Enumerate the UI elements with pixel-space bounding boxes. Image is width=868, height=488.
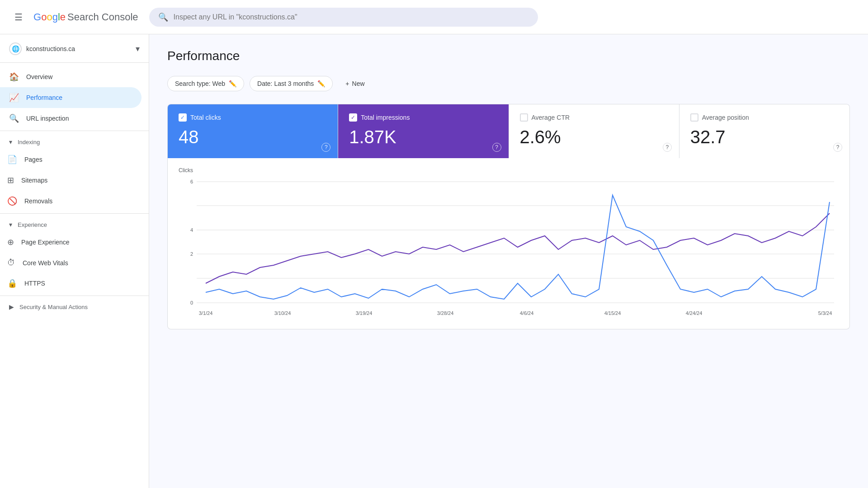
header: ☰ Google Search Console 🔍 — [0, 0, 868, 34]
metric-cards: ✓ Total clicks 48 ? ✓ Total impressions … — [167, 104, 850, 158]
divider-3 — [0, 296, 149, 296]
svg-text:3/1/24: 3/1/24 — [199, 310, 213, 316]
metric-card-total-clicks[interactable]: ✓ Total clicks 48 ? — [168, 104, 338, 158]
sidebar: 🌐 kconstructions.ca ▾ 🏠 Overview 📈 Perfo… — [0, 34, 149, 488]
property-icon: 🌐 — [9, 42, 22, 55]
sidebar-item-sitemaps[interactable]: ⊞ Sitemaps — [0, 170, 142, 191]
performance-chart: 6 4 2 0 3/1/24 3/10/24 3/19/24 3/28/24 4… — [179, 177, 839, 322]
sidebar-item-overview[interactable]: 🏠 Overview — [0, 66, 142, 87]
sidebar-item-overview-label: Overview — [26, 73, 52, 80]
experience-collapse-icon: ▾ — [9, 221, 12, 228]
search-type-filter[interactable]: Search type: Web ✏️ — [167, 76, 244, 91]
svg-text:5/3/24: 5/3/24 — [818, 310, 832, 316]
avg-ctr-checkbox[interactable] — [520, 113, 528, 122]
svg-text:6: 6 — [190, 179, 193, 184]
chart-wrapper: 6 4 2 0 3/1/24 3/10/24 3/19/24 3/28/24 4… — [179, 177, 839, 322]
removals-icon: 🚫 — [7, 196, 17, 206]
sidebar-item-https[interactable]: 🔒 HTTPS — [0, 273, 142, 294]
collapse-icon: ▾ — [9, 138, 12, 145]
divider-1 — [0, 131, 149, 131]
sidebar-item-removals-label: Removals — [24, 197, 52, 205]
avg-ctr-value: 2.6% — [520, 127, 668, 147]
svg-text:2: 2 — [190, 251, 193, 257]
property-name: kconstructions.ca — [26, 45, 131, 52]
avg-position-value: 32.7 — [690, 127, 839, 147]
sidebar-item-sitemaps-label: Sitemaps — [21, 177, 47, 184]
total-impressions-label: Total impressions — [361, 114, 410, 121]
chart-container: Clicks 6 4 2 0 — [167, 158, 850, 329]
metric-card-avg-position[interactable]: Average position 32.7 ? — [679, 104, 849, 158]
url-search-bar[interactable]: 🔍 — [149, 8, 538, 27]
date-label: Date: Last 3 months — [257, 80, 314, 87]
sidebar-item-core-web-vitals-label: Core Web Vitals — [23, 259, 68, 267]
svg-text:3/28/24: 3/28/24 — [437, 310, 454, 316]
svg-text:0: 0 — [190, 300, 193, 305]
total-impressions-help-icon[interactable]: ? — [492, 143, 501, 152]
property-selector[interactable]: 🌐 kconstructions.ca ▾ — [0, 38, 149, 63]
filter-bar: Search type: Web ✏️ Date: Last 3 months … — [167, 76, 850, 91]
svg-text:3/10/24: 3/10/24 — [274, 310, 291, 316]
logo-text: Search Console — [67, 11, 138, 23]
chart-y-label: Clicks — [179, 167, 839, 174]
avg-position-help-icon[interactable]: ? — [833, 143, 842, 152]
url-search-input[interactable] — [174, 13, 529, 21]
sidebar-item-page-experience[interactable]: ⊕ Page Experience — [0, 232, 142, 253]
core-web-vitals-icon: ⏱ — [7, 258, 15, 267]
total-clicks-value: 48 — [179, 127, 327, 147]
sidebar-item-removals[interactable]: 🚫 Removals — [0, 191, 142, 211]
date-filter[interactable]: Date: Last 3 months ✏️ — [250, 76, 333, 91]
new-filter-button[interactable]: + New — [338, 76, 372, 91]
metric-card-total-impressions[interactable]: ✓ Total impressions 1.87K ? — [338, 104, 509, 158]
indexing-section-label: Indexing — [18, 139, 40, 145]
svg-text:3/19/24: 3/19/24 — [356, 310, 373, 316]
avg-position-label: Average position — [702, 114, 749, 121]
svg-text:4: 4 — [190, 227, 193, 233]
pages-icon: 📄 — [7, 155, 17, 164]
svg-text:4/15/24: 4/15/24 — [604, 310, 621, 316]
home-icon: 🏠 — [9, 72, 19, 82]
sidebar-item-performance[interactable]: 📈 Performance — [0, 87, 142, 108]
plus-icon: + — [345, 80, 349, 87]
total-clicks-help-icon[interactable]: ? — [321, 143, 330, 152]
sidebar-item-pages-label: Pages — [24, 156, 42, 163]
metric-card-avg-ctr[interactable]: Average CTR 2.6% ? — [509, 104, 679, 158]
avg-ctr-label: Average CTR — [532, 114, 570, 121]
search-icon: 🔍 — [158, 12, 168, 22]
sidebar-item-url-inspection[interactable]: 🔍 URL inspection — [0, 108, 142, 129]
page-experience-icon: ⊕ — [7, 237, 14, 247]
avg-ctr-help-icon[interactable]: ? — [663, 143, 672, 152]
svg-text:4/24/24: 4/24/24 — [686, 310, 703, 316]
total-clicks-label: Total clicks — [190, 114, 221, 121]
sidebar-item-pages[interactable]: 📄 Pages — [0, 149, 142, 170]
total-impressions-checkbox[interactable]: ✓ — [349, 113, 357, 122]
total-clicks-checkbox[interactable]: ✓ — [179, 113, 187, 122]
sidebar-item-page-experience-label: Page Experience — [21, 239, 70, 246]
security-expand-icon: ▶ — [9, 303, 14, 310]
menu-icon[interactable]: ☰ — [11, 8, 26, 26]
sidebar-item-https-label: HTTPS — [24, 280, 45, 287]
search-type-label: Search type: Web — [175, 80, 225, 87]
experience-section-header[interactable]: ▾ Experience — [0, 216, 149, 232]
page-title: Performance — [167, 49, 850, 63]
total-impressions-value: 1.87K — [349, 127, 497, 147]
avg-position-checkbox[interactable] — [690, 113, 698, 122]
experience-section-label: Experience — [18, 221, 47, 228]
security-section-header[interactable]: ▶ Security & Manual Actions — [0, 298, 149, 314]
sidebar-item-performance-label: Performance — [26, 94, 62, 101]
new-filter-label: New — [352, 80, 365, 87]
sidebar-item-url-inspection-label: URL inspection — [26, 115, 69, 122]
trending-icon: 📈 — [9, 93, 19, 103]
logo[interactable]: Google Search Console — [33, 11, 138, 23]
https-icon: 🔒 — [7, 278, 17, 288]
indexing-section-header[interactable]: ▾ Indexing — [0, 133, 149, 149]
property-dropdown-icon: ▾ — [136, 44, 140, 54]
divider-2 — [0, 213, 149, 214]
sitemaps-icon: ⊞ — [7, 175, 14, 185]
layout: 🌐 kconstructions.ca ▾ 🏠 Overview 📈 Perfo… — [0, 34, 868, 488]
date-edit-icon: ✏️ — [317, 80, 325, 87]
search-nav-icon: 🔍 — [9, 113, 19, 123]
security-section-label: Security & Manual Actions — [19, 304, 88, 310]
main-content: Performance Search type: Web ✏️ Date: La… — [149, 34, 868, 488]
sidebar-item-core-web-vitals[interactable]: ⏱ Core Web Vitals — [0, 253, 142, 273]
svg-text:4/6/24: 4/6/24 — [520, 310, 534, 316]
